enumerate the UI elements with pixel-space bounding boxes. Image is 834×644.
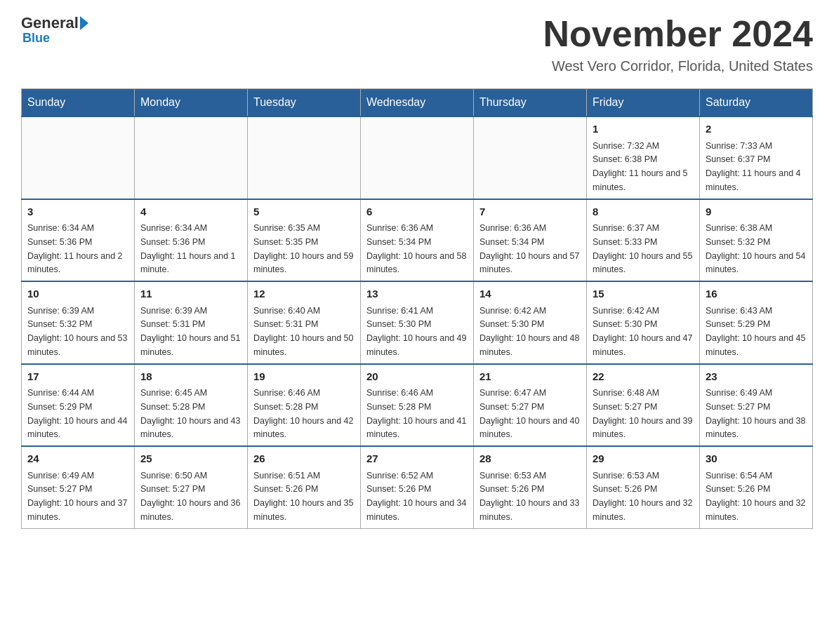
day-number: 8 xyxy=(593,204,694,220)
day-info: Sunrise: 6:49 AMSunset: 5:27 PMDaylight:… xyxy=(706,388,805,439)
week-row-5: 24Sunrise: 6:49 AMSunset: 5:27 PMDayligh… xyxy=(22,446,813,528)
calendar-title: November 2024 xyxy=(543,14,813,54)
day-info: Sunrise: 6:34 AMSunset: 5:36 PMDaylight:… xyxy=(140,223,236,274)
day-number: 10 xyxy=(27,286,128,302)
col-thursday: Thursday xyxy=(474,89,587,117)
calendar-cell: 25Sunrise: 6:50 AMSunset: 5:27 PMDayligh… xyxy=(135,446,248,528)
day-number: 16 xyxy=(706,286,807,302)
calendar-cell: 20Sunrise: 6:46 AMSunset: 5:28 PMDayligh… xyxy=(361,364,474,447)
calendar-cell: 28Sunrise: 6:53 AMSunset: 5:26 PMDayligh… xyxy=(474,446,587,528)
calendar-cell: 3Sunrise: 6:34 AMSunset: 5:36 PMDaylight… xyxy=(22,199,135,282)
day-info: Sunrise: 6:45 AMSunset: 5:28 PMDaylight:… xyxy=(140,388,240,439)
header-row: Sunday Monday Tuesday Wednesday Thursday… xyxy=(22,89,813,117)
calendar-cell: 7Sunrise: 6:36 AMSunset: 5:34 PMDaylight… xyxy=(474,199,587,282)
calendar-cell: 10Sunrise: 6:39 AMSunset: 5:32 PMDayligh… xyxy=(22,281,135,364)
week-row-2: 3Sunrise: 6:34 AMSunset: 5:36 PMDaylight… xyxy=(22,199,813,282)
calendar-cell: 27Sunrise: 6:52 AMSunset: 5:26 PMDayligh… xyxy=(361,446,474,528)
day-number: 20 xyxy=(366,369,468,385)
col-monday: Monday xyxy=(135,89,248,117)
day-info: Sunrise: 6:42 AMSunset: 5:30 PMDaylight:… xyxy=(593,306,692,357)
logo-arrow-icon xyxy=(80,16,88,30)
logo-general: General xyxy=(21,14,79,32)
week-row-4: 17Sunrise: 6:44 AMSunset: 5:29 PMDayligh… xyxy=(22,364,813,447)
day-number: 9 xyxy=(706,204,807,220)
day-number: 2 xyxy=(706,121,807,137)
calendar-cell xyxy=(248,116,361,199)
week-row-1: 1Sunrise: 7:32 AMSunset: 6:38 PMDaylight… xyxy=(22,116,813,199)
day-number: 24 xyxy=(27,451,128,467)
day-info: Sunrise: 6:49 AMSunset: 5:27 PMDaylight:… xyxy=(27,471,127,522)
day-number: 5 xyxy=(253,204,355,220)
day-number: 14 xyxy=(479,286,581,302)
logo-text: General xyxy=(21,14,88,32)
day-info: Sunrise: 6:36 AMSunset: 5:34 PMDaylight:… xyxy=(479,223,579,274)
calendar-cell: 9Sunrise: 6:38 AMSunset: 5:32 PMDaylight… xyxy=(700,199,813,282)
day-number: 27 xyxy=(366,451,468,467)
day-number: 29 xyxy=(593,451,694,467)
calendar-cell: 26Sunrise: 6:51 AMSunset: 5:26 PMDayligh… xyxy=(248,446,361,528)
day-info: Sunrise: 7:33 AMSunset: 6:37 PMDaylight:… xyxy=(706,141,801,192)
day-number: 1 xyxy=(593,121,694,137)
calendar-cell: 17Sunrise: 6:44 AMSunset: 5:29 PMDayligh… xyxy=(22,364,135,447)
calendar-cell: 22Sunrise: 6:48 AMSunset: 5:27 PMDayligh… xyxy=(587,364,700,447)
col-saturday: Saturday xyxy=(700,89,813,117)
col-friday: Friday xyxy=(587,89,700,117)
calendar-cell xyxy=(135,116,248,199)
day-number: 6 xyxy=(366,204,468,220)
calendar-table: Sunday Monday Tuesday Wednesday Thursday… xyxy=(21,88,813,529)
day-info: Sunrise: 6:34 AMSunset: 5:36 PMDaylight:… xyxy=(27,223,123,274)
calendar-cell: 12Sunrise: 6:40 AMSunset: 5:31 PMDayligh… xyxy=(248,281,361,364)
calendar-cell: 6Sunrise: 6:36 AMSunset: 5:34 PMDaylight… xyxy=(361,199,474,282)
day-number: 18 xyxy=(140,369,241,385)
day-info: Sunrise: 6:44 AMSunset: 5:29 PMDaylight:… xyxy=(27,388,127,439)
day-info: Sunrise: 6:40 AMSunset: 5:31 PMDaylight:… xyxy=(253,306,353,357)
calendar-cell: 18Sunrise: 6:45 AMSunset: 5:28 PMDayligh… xyxy=(135,364,248,447)
day-info: Sunrise: 6:37 AMSunset: 5:33 PMDaylight:… xyxy=(593,223,692,274)
day-info: Sunrise: 6:51 AMSunset: 5:26 PMDaylight:… xyxy=(253,471,353,522)
day-info: Sunrise: 6:47 AMSunset: 5:27 PMDaylight:… xyxy=(479,388,579,439)
day-info: Sunrise: 6:42 AMSunset: 5:30 PMDaylight:… xyxy=(479,306,579,357)
calendar-cell: 21Sunrise: 6:47 AMSunset: 5:27 PMDayligh… xyxy=(474,364,587,447)
calendar-cell: 24Sunrise: 6:49 AMSunset: 5:27 PMDayligh… xyxy=(22,446,135,528)
day-info: Sunrise: 7:32 AMSunset: 6:38 PMDaylight:… xyxy=(593,141,688,192)
calendar-cell: 29Sunrise: 6:53 AMSunset: 5:26 PMDayligh… xyxy=(587,446,700,528)
day-info: Sunrise: 6:36 AMSunset: 5:34 PMDaylight:… xyxy=(366,223,466,274)
day-number: 7 xyxy=(479,204,581,220)
calendar-cell: 2Sunrise: 7:33 AMSunset: 6:37 PMDaylight… xyxy=(700,116,813,199)
day-info: Sunrise: 6:43 AMSunset: 5:29 PMDaylight:… xyxy=(706,306,805,357)
calendar-cell: 30Sunrise: 6:54 AMSunset: 5:26 PMDayligh… xyxy=(700,446,813,528)
day-number: 26 xyxy=(253,451,355,467)
day-number: 17 xyxy=(27,369,128,385)
calendar-cell: 4Sunrise: 6:34 AMSunset: 5:36 PMDaylight… xyxy=(135,199,248,282)
col-sunday: Sunday xyxy=(22,89,135,117)
week-row-3: 10Sunrise: 6:39 AMSunset: 5:32 PMDayligh… xyxy=(22,281,813,364)
title-area: November 2024 West Vero Corridor, Florid… xyxy=(543,14,813,74)
day-info: Sunrise: 6:35 AMSunset: 5:35 PMDaylight:… xyxy=(253,223,353,274)
day-info: Sunrise: 6:50 AMSunset: 5:27 PMDaylight:… xyxy=(140,471,240,522)
calendar-cell: 16Sunrise: 6:43 AMSunset: 5:29 PMDayligh… xyxy=(700,281,813,364)
day-info: Sunrise: 6:53 AMSunset: 5:26 PMDaylight:… xyxy=(593,471,692,522)
calendar-cell: 8Sunrise: 6:37 AMSunset: 5:33 PMDaylight… xyxy=(587,199,700,282)
calendar-cell: 19Sunrise: 6:46 AMSunset: 5:28 PMDayligh… xyxy=(248,364,361,447)
day-info: Sunrise: 6:41 AMSunset: 5:30 PMDaylight:… xyxy=(366,306,466,357)
day-number: 4 xyxy=(140,204,241,220)
calendar-cell: 1Sunrise: 7:32 AMSunset: 6:38 PMDaylight… xyxy=(587,116,700,199)
day-info: Sunrise: 6:48 AMSunset: 5:27 PMDaylight:… xyxy=(593,388,692,439)
day-info: Sunrise: 6:53 AMSunset: 5:26 PMDaylight:… xyxy=(479,471,579,522)
calendar-cell xyxy=(22,116,135,199)
calendar-cell: 14Sunrise: 6:42 AMSunset: 5:30 PMDayligh… xyxy=(474,281,587,364)
day-number: 11 xyxy=(140,286,241,302)
calendar-cell xyxy=(474,116,587,199)
day-number: 23 xyxy=(706,369,807,385)
calendar-cell: 15Sunrise: 6:42 AMSunset: 5:30 PMDayligh… xyxy=(587,281,700,364)
col-wednesday: Wednesday xyxy=(361,89,474,117)
calendar-cell: 13Sunrise: 6:41 AMSunset: 5:30 PMDayligh… xyxy=(361,281,474,364)
day-number: 25 xyxy=(140,451,241,467)
day-info: Sunrise: 6:39 AMSunset: 5:32 PMDaylight:… xyxy=(27,306,127,357)
day-number: 15 xyxy=(593,286,694,302)
day-number: 22 xyxy=(593,369,694,385)
logo-blue: Blue xyxy=(22,31,50,46)
day-number: 21 xyxy=(479,369,581,385)
day-number: 19 xyxy=(253,369,355,385)
logo: General Blue xyxy=(21,14,88,46)
